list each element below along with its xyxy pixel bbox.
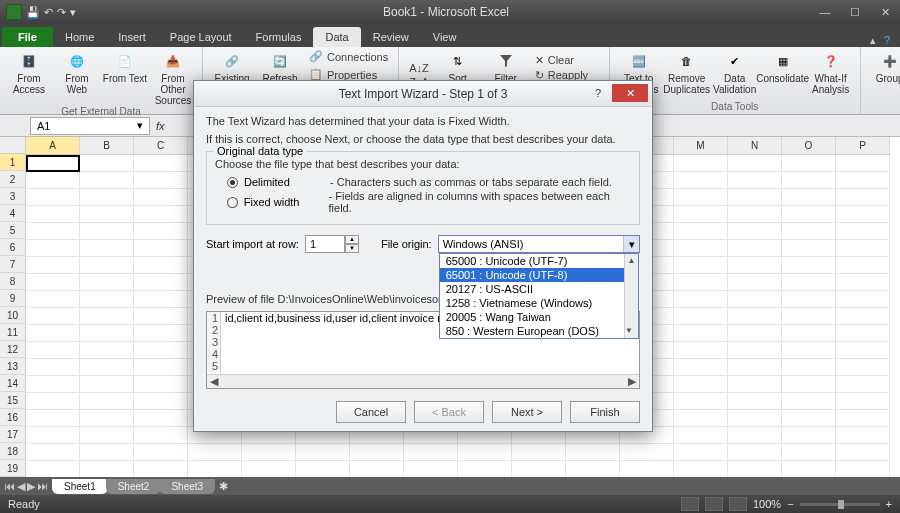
text-import-wizard-dialog: Text Import Wizard - Step 1 of 3 ? ✕ The… bbox=[193, 80, 653, 432]
back-button[interactable]: < Back bbox=[414, 401, 484, 423]
spinner-up-icon[interactable]: ▲ bbox=[345, 235, 359, 244]
chevron-down-icon[interactable]: ▾ bbox=[623, 236, 639, 252]
dropdown-option[interactable]: 20005 : Wang Taiwan bbox=[440, 310, 638, 324]
preview-line bbox=[221, 336, 225, 348]
choose-label: Choose the file type that best describes… bbox=[215, 158, 631, 170]
dialog-intro-2: If this is correct, choose Next, or choo… bbox=[206, 133, 640, 145]
dropdown-option[interactable]: 65001 : Unicode (UTF-8) bbox=[440, 268, 638, 282]
delimited-radio[interactable] bbox=[227, 177, 238, 188]
next-button[interactable]: Next > bbox=[492, 401, 562, 423]
file-origin-combo[interactable]: Windows (ANSI) ▾ 65000 : Unicode (UTF-7)… bbox=[438, 235, 640, 253]
file-origin-dropdown: 65000 : Unicode (UTF-7)65001 : Unicode (… bbox=[439, 253, 639, 339]
cancel-button[interactable]: Cancel bbox=[336, 401, 406, 423]
dropdown-option[interactable]: 850 : Western European (DOS) bbox=[440, 324, 638, 338]
dropdown-option[interactable]: 1258 : Vietnamese (Windows) bbox=[440, 296, 638, 310]
finish-button[interactable]: Finish bbox=[570, 401, 640, 423]
spinner-down-icon[interactable]: ▼ bbox=[345, 244, 359, 253]
delimited-label[interactable]: Delimited bbox=[244, 176, 324, 188]
preview-hscrollbar[interactable]: ◀▶ bbox=[207, 374, 639, 388]
dialog-intro-1: The Text Wizard has determined that your… bbox=[206, 115, 640, 127]
dialog-help-button[interactable]: ? bbox=[588, 84, 608, 102]
original-data-type-fieldset: Original data type Choose the file type … bbox=[206, 151, 640, 225]
preview-line bbox=[221, 360, 225, 372]
preview-line bbox=[221, 324, 225, 336]
preview-line bbox=[221, 348, 225, 360]
dialog-close-button[interactable]: ✕ bbox=[612, 84, 648, 102]
dropdown-option[interactable]: 65000 : Unicode (UTF-7) bbox=[440, 254, 638, 268]
dropdown-option[interactable]: 20127 : US-ASCII bbox=[440, 282, 638, 296]
start-row-spinner[interactable]: ▲▼ bbox=[305, 235, 359, 253]
scroll-up-icon[interactable]: ▲ bbox=[625, 254, 638, 268]
dropdown-scrollbar[interactable]: ▲ ▼ bbox=[624, 254, 638, 338]
dialog-title: Text Import Wizard - Step 1 of 3 bbox=[339, 87, 508, 101]
fixed-width-label[interactable]: Fixed width bbox=[244, 196, 323, 208]
start-row-input[interactable] bbox=[305, 235, 345, 253]
fixed-width-radio[interactable] bbox=[227, 197, 238, 208]
start-row-label: Start import at row: bbox=[206, 238, 299, 250]
file-origin-label: File origin: bbox=[381, 238, 432, 250]
scroll-down-icon[interactable]: ▼ bbox=[625, 324, 633, 338]
dialog-titlebar[interactable]: Text Import Wizard - Step 1 of 3 ? ✕ bbox=[194, 81, 652, 107]
